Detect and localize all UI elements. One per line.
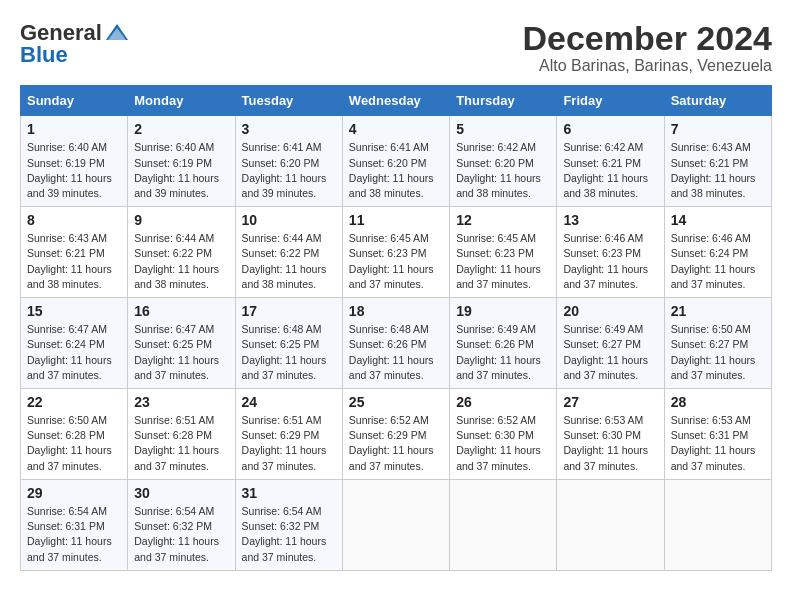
table-row: 31 Sunrise: 6:54 AMSunset: 6:32 PMDaylig… [235, 479, 342, 570]
day-number: 13 [563, 212, 657, 228]
day-info: Sunrise: 6:52 AMSunset: 6:30 PMDaylight:… [456, 413, 550, 474]
day-info: Sunrise: 6:44 AMSunset: 6:22 PMDaylight:… [134, 231, 228, 292]
table-row: 19 Sunrise: 6:49 AMSunset: 6:26 PMDaylig… [450, 298, 557, 389]
day-number: 23 [134, 394, 228, 410]
empty-cell [342, 479, 449, 570]
table-row: 6 Sunrise: 6:42 AMSunset: 6:21 PMDayligh… [557, 116, 664, 207]
day-number: 11 [349, 212, 443, 228]
table-row: 17 Sunrise: 6:48 AMSunset: 6:25 PMDaylig… [235, 298, 342, 389]
day-number: 7 [671, 121, 765, 137]
day-number: 3 [242, 121, 336, 137]
empty-cell [664, 479, 771, 570]
table-row: 13 Sunrise: 6:46 AMSunset: 6:23 PMDaylig… [557, 207, 664, 298]
day-number: 18 [349, 303, 443, 319]
day-number: 20 [563, 303, 657, 319]
day-info: Sunrise: 6:54 AMSunset: 6:31 PMDaylight:… [27, 504, 121, 565]
table-row: 1 Sunrise: 6:40 AMSunset: 6:19 PMDayligh… [21, 116, 128, 207]
col-saturday: Saturday [664, 86, 771, 116]
location-title: Alto Barinas, Barinas, Venezuela [522, 57, 772, 75]
day-number: 21 [671, 303, 765, 319]
table-row: 5 Sunrise: 6:42 AMSunset: 6:20 PMDayligh… [450, 116, 557, 207]
day-number: 31 [242, 485, 336, 501]
day-number: 14 [671, 212, 765, 228]
day-number: 15 [27, 303, 121, 319]
calendar-week-row: 1 Sunrise: 6:40 AMSunset: 6:19 PMDayligh… [21, 116, 772, 207]
col-wednesday: Wednesday [342, 86, 449, 116]
logo-icon [104, 22, 130, 44]
day-number: 1 [27, 121, 121, 137]
day-info: Sunrise: 6:49 AMSunset: 6:27 PMDaylight:… [563, 322, 657, 383]
day-number: 10 [242, 212, 336, 228]
day-number: 24 [242, 394, 336, 410]
day-number: 12 [456, 212, 550, 228]
empty-cell [450, 479, 557, 570]
title-block: December 2024 Alto Barinas, Barinas, Ven… [522, 20, 772, 75]
day-info: Sunrise: 6:41 AMSunset: 6:20 PMDaylight:… [349, 140, 443, 201]
day-number: 16 [134, 303, 228, 319]
day-number: 17 [242, 303, 336, 319]
table-row: 26 Sunrise: 6:52 AMSunset: 6:30 PMDaylig… [450, 389, 557, 480]
day-number: 30 [134, 485, 228, 501]
table-row: 9 Sunrise: 6:44 AMSunset: 6:22 PMDayligh… [128, 207, 235, 298]
logo-blue: Blue [20, 42, 68, 68]
table-row: 27 Sunrise: 6:53 AMSunset: 6:30 PMDaylig… [557, 389, 664, 480]
day-number: 26 [456, 394, 550, 410]
day-number: 9 [134, 212, 228, 228]
page-header: General Blue December 2024 Alto Barinas,… [20, 20, 772, 75]
table-row: 20 Sunrise: 6:49 AMSunset: 6:27 PMDaylig… [557, 298, 664, 389]
table-row: 7 Sunrise: 6:43 AMSunset: 6:21 PMDayligh… [664, 116, 771, 207]
day-number: 29 [27, 485, 121, 501]
day-info: Sunrise: 6:51 AMSunset: 6:28 PMDaylight:… [134, 413, 228, 474]
table-row: 23 Sunrise: 6:51 AMSunset: 6:28 PMDaylig… [128, 389, 235, 480]
day-info: Sunrise: 6:49 AMSunset: 6:26 PMDaylight:… [456, 322, 550, 383]
day-info: Sunrise: 6:50 AMSunset: 6:27 PMDaylight:… [671, 322, 765, 383]
day-number: 19 [456, 303, 550, 319]
table-row: 25 Sunrise: 6:52 AMSunset: 6:29 PMDaylig… [342, 389, 449, 480]
day-number: 6 [563, 121, 657, 137]
col-friday: Friday [557, 86, 664, 116]
day-info: Sunrise: 6:54 AMSunset: 6:32 PMDaylight:… [134, 504, 228, 565]
day-number: 28 [671, 394, 765, 410]
table-row: 3 Sunrise: 6:41 AMSunset: 6:20 PMDayligh… [235, 116, 342, 207]
day-number: 27 [563, 394, 657, 410]
table-row: 2 Sunrise: 6:40 AMSunset: 6:19 PMDayligh… [128, 116, 235, 207]
table-row: 11 Sunrise: 6:45 AMSunset: 6:23 PMDaylig… [342, 207, 449, 298]
day-info: Sunrise: 6:43 AMSunset: 6:21 PMDaylight:… [27, 231, 121, 292]
table-row: 15 Sunrise: 6:47 AMSunset: 6:24 PMDaylig… [21, 298, 128, 389]
day-number: 2 [134, 121, 228, 137]
day-number: 22 [27, 394, 121, 410]
day-info: Sunrise: 6:47 AMSunset: 6:24 PMDaylight:… [27, 322, 121, 383]
table-row: 10 Sunrise: 6:44 AMSunset: 6:22 PMDaylig… [235, 207, 342, 298]
day-info: Sunrise: 6:48 AMSunset: 6:25 PMDaylight:… [242, 322, 336, 383]
day-info: Sunrise: 6:46 AMSunset: 6:24 PMDaylight:… [671, 231, 765, 292]
calendar-header-row: Sunday Monday Tuesday Wednesday Thursday… [21, 86, 772, 116]
table-row: 4 Sunrise: 6:41 AMSunset: 6:20 PMDayligh… [342, 116, 449, 207]
day-info: Sunrise: 6:40 AMSunset: 6:19 PMDaylight:… [27, 140, 121, 201]
day-info: Sunrise: 6:54 AMSunset: 6:32 PMDaylight:… [242, 504, 336, 565]
day-info: Sunrise: 6:42 AMSunset: 6:20 PMDaylight:… [456, 140, 550, 201]
table-row: 18 Sunrise: 6:48 AMSunset: 6:26 PMDaylig… [342, 298, 449, 389]
day-number: 5 [456, 121, 550, 137]
col-monday: Monday [128, 86, 235, 116]
table-row: 12 Sunrise: 6:45 AMSunset: 6:23 PMDaylig… [450, 207, 557, 298]
day-info: Sunrise: 6:45 AMSunset: 6:23 PMDaylight:… [456, 231, 550, 292]
day-info: Sunrise: 6:41 AMSunset: 6:20 PMDaylight:… [242, 140, 336, 201]
col-tuesday: Tuesday [235, 86, 342, 116]
table-row: 14 Sunrise: 6:46 AMSunset: 6:24 PMDaylig… [664, 207, 771, 298]
day-info: Sunrise: 6:45 AMSunset: 6:23 PMDaylight:… [349, 231, 443, 292]
day-info: Sunrise: 6:50 AMSunset: 6:28 PMDaylight:… [27, 413, 121, 474]
day-number: 25 [349, 394, 443, 410]
day-info: Sunrise: 6:42 AMSunset: 6:21 PMDaylight:… [563, 140, 657, 201]
month-title: December 2024 [522, 20, 772, 57]
table-row: 22 Sunrise: 6:50 AMSunset: 6:28 PMDaylig… [21, 389, 128, 480]
table-row: 24 Sunrise: 6:51 AMSunset: 6:29 PMDaylig… [235, 389, 342, 480]
day-info: Sunrise: 6:44 AMSunset: 6:22 PMDaylight:… [242, 231, 336, 292]
calendar-week-row: 29 Sunrise: 6:54 AMSunset: 6:31 PMDaylig… [21, 479, 772, 570]
logo: General Blue [20, 20, 132, 68]
day-info: Sunrise: 6:52 AMSunset: 6:29 PMDaylight:… [349, 413, 443, 474]
calendar-week-row: 15 Sunrise: 6:47 AMSunset: 6:24 PMDaylig… [21, 298, 772, 389]
table-row: 28 Sunrise: 6:53 AMSunset: 6:31 PMDaylig… [664, 389, 771, 480]
day-info: Sunrise: 6:43 AMSunset: 6:21 PMDaylight:… [671, 140, 765, 201]
day-number: 4 [349, 121, 443, 137]
day-info: Sunrise: 6:53 AMSunset: 6:31 PMDaylight:… [671, 413, 765, 474]
